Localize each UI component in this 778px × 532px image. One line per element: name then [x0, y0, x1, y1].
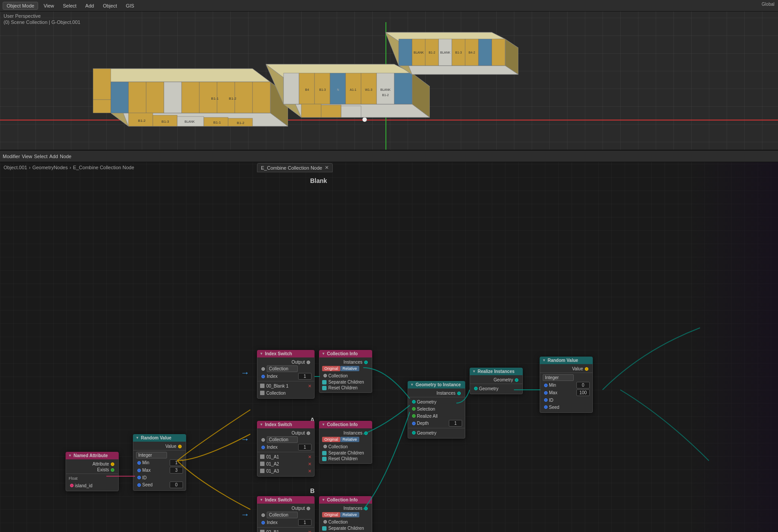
index-switch-blank-header: ▼ Index Switch	[257, 350, 315, 357]
item-02b1: 02_B1 ✕	[257, 528, 314, 532]
index-switch-a-title: Index Switch	[265, 422, 292, 427]
breadcrumb-current[interactable]: E_Combine Collection Node	[73, 165, 134, 170]
breadcrumb-geonodes[interactable]: GeometryNodes	[32, 165, 68, 170]
box3d-large: B1-1 B1-2 B1-2 B1-3 BLANK B1-1 B1-2	[84, 24, 288, 144]
index-socket	[261, 375, 265, 378]
svg-rect-7	[146, 82, 164, 113]
menu-object[interactable]: Object	[99, 2, 121, 9]
menu-select[interactable]: Select	[59, 2, 80, 9]
rv-left-type[interactable]: Integer	[136, 452, 167, 458]
arrow-blank: →	[241, 368, 249, 378]
index-switch-blank-output: Output	[257, 359, 314, 365]
index-switch-b[interactable]: ▼ Index Switch Output Collection Index 1…	[257, 496, 315, 532]
svg-text:B1-2: B1-2	[138, 119, 146, 123]
collection-dropdown[interactable]: Collection	[267, 365, 298, 372]
collection-info-a[interactable]: ▼ Collection Info Instances Original Rel…	[319, 421, 372, 464]
remove-b1-btn[interactable]: ✕	[308, 530, 311, 532]
geo-bottom-row: Geometry	[408, 429, 465, 436]
reset-children-check[interactable]	[322, 386, 327, 390]
collection-info-blank-header: ▼ Collection Info	[319, 350, 372, 357]
relative-btn[interactable]: Relative	[340, 366, 359, 371]
sep-children-check[interactable]	[322, 380, 327, 384]
index-switch-b-header: ▼ Index Switch	[257, 496, 315, 504]
menu-add[interactable]: Add	[82, 2, 98, 9]
object-mode-button[interactable]: Object Mode	[3, 2, 38, 10]
svg-text:BLANK: BLANK	[440, 51, 451, 54]
breadcrumb: Object.001 › GeometryNodes › E_Combine C…	[4, 165, 134, 170]
index-switch-blank-collection-row: Collection	[257, 365, 314, 373]
remove-item-btn[interactable]: ✕	[308, 384, 311, 388]
b-relative-btn[interactable]: Relative	[340, 512, 359, 517]
svg-rect-8	[164, 82, 182, 113]
orig-relative-row: Original Relative	[319, 365, 372, 372]
menu-modifier[interactable]: Modifier	[3, 154, 20, 159]
svg-text:B1-3: B1-3	[162, 120, 169, 124]
svg-text:A1-1: A1-1	[350, 88, 357, 91]
collection-row: Collection	[319, 372, 372, 379]
rv-right-type[interactable]: Integer	[543, 374, 574, 381]
svg-rect-17	[93, 100, 111, 113]
index-switch-blank[interactable]: ▼ Index Switch Output Collection Index 1…	[257, 350, 315, 399]
random-value-left-node[interactable]: ▼ Random Value Value Integer Min 1 Max 3	[133, 434, 186, 491]
menu-view2[interactable]: View	[22, 154, 32, 159]
svg-text:N: N	[337, 88, 339, 91]
island-id-row: island_id	[66, 482, 118, 489]
named-attribute-node[interactable]: ▼ Named Attribute Attribute Exists Float…	[66, 452, 119, 491]
b-sep-check[interactable]	[322, 526, 327, 531]
svg-rect-9	[182, 82, 199, 113]
svg-text:B4: B4	[305, 88, 309, 91]
original-btn[interactable]: Original	[322, 366, 340, 371]
remove-a1-btn[interactable]: ✕	[308, 454, 311, 459]
menu-node[interactable]: Node	[60, 154, 71, 159]
collection-info-blank-body: Instances Original Relative Collection S…	[319, 357, 372, 393]
reset-children-row: Reset Children	[319, 385, 372, 391]
geometry-to-instance-node[interactable]: ▼ Geometry to Instance Instances Geometr…	[408, 381, 465, 439]
menu-add2[interactable]: Add	[49, 154, 58, 159]
a-coll-socket	[261, 438, 265, 442]
svg-text:W1-3: W1-3	[365, 88, 373, 91]
svg-text:B1-3: B1-3	[455, 51, 462, 54]
viewport-3d[interactable]: Object Mode View Select Add Object GIS G…	[0, 0, 778, 151]
menu-select2[interactable]: Select	[34, 154, 48, 159]
menu-view[interactable]: View	[40, 2, 58, 9]
random-value-right-node[interactable]: ▼ Random Value Value Integer Min 0 Max 1…	[540, 357, 593, 413]
svg-text:B1-2: B1-2	[382, 93, 389, 97]
index-switch-a[interactable]: ▼ Index Switch Output Collection Index 1…	[257, 421, 315, 477]
collection-info-b-header: ▼ Collection Info	[319, 496, 372, 504]
svg-rect-63	[492, 39, 505, 66]
collection-info-a-header: ▼ Collection Info	[319, 421, 372, 428]
random-value-right-header: ▼ Random Value	[540, 357, 593, 364]
svg-rect-48	[301, 104, 321, 117]
remove-a3-btn[interactable]: ✕	[308, 469, 311, 474]
b-original-btn[interactable]: Original	[322, 512, 340, 517]
breadcrumb-sep1: ›	[29, 165, 31, 170]
a-collection-dropdown[interactable]: Collection	[267, 436, 298, 443]
arrow-a: →	[241, 434, 249, 444]
realize-instances-node[interactable]: ▼ Realize Instances Geometry Geometry	[470, 368, 523, 394]
b-collection-dropdown[interactable]: Collection	[267, 512, 298, 518]
coll-icon2	[260, 391, 265, 395]
node-editor[interactable]: Modifier View Select Add Node Object.001…	[0, 151, 778, 532]
a-original-btn[interactable]: Original	[322, 437, 340, 442]
svg-text:B1-2: B1-2	[237, 121, 245, 125]
svg-rect-6	[128, 82, 146, 113]
a-reset-check[interactable]	[322, 457, 327, 461]
a-relative-btn[interactable]: Relative	[340, 437, 359, 442]
index-switch-blank-body: Output Collection Index 1 00_Blank 1 ✕ C…	[257, 357, 315, 399]
sep-children-row: Separate Children	[319, 379, 372, 385]
global-label: Global	[762, 2, 774, 7]
window-close-icon[interactable]: ✕	[325, 165, 329, 171]
svg-text:B1-2: B1-2	[429, 51, 436, 54]
a-sep-check[interactable]	[322, 451, 327, 455]
collection-info-b[interactable]: ▼ Collection Info Instances Original Rel…	[319, 496, 372, 532]
svg-rect-12	[235, 82, 253, 113]
menu-gis[interactable]: GIS	[122, 2, 138, 9]
remove-a2-btn[interactable]: ✕	[308, 462, 311, 466]
svg-text:B4-2: B4-2	[469, 51, 475, 54]
viewport-label: User Perspective	[4, 13, 41, 19]
svg-text:BLANK: BLANK	[185, 120, 195, 123]
named-attribute-header: ▼ Named Attribute	[66, 452, 119, 459]
collection-info-blank[interactable]: ▼ Collection Info Instances Original Rel…	[319, 350, 372, 393]
breadcrumb-object[interactable]: Object.001	[4, 165, 27, 170]
svg-rect-33	[284, 73, 299, 104]
